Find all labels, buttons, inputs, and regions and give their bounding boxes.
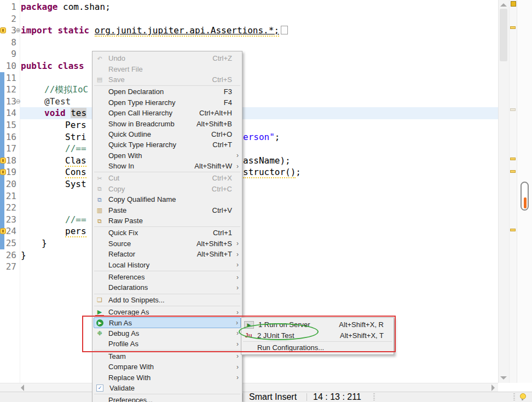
scroll-up-icon[interactable] (500, 3, 507, 7)
menu-item-label: Replace With (108, 374, 151, 382)
overview-ruler[interactable] (509, 0, 517, 383)
code-line-fragment[interactable]: assName); (243, 155, 291, 167)
menu-item-open-declaration[interactable]: Open DeclarationF3 (92, 86, 242, 97)
code-line-fragment[interactable]: erson"; (243, 131, 280, 143)
lightbulb-icon[interactable] (520, 393, 526, 399)
menu-icon-spacer (244, 343, 253, 351)
menu-item-run-as[interactable]: ▶Run As› (94, 317, 241, 328)
code-segment: Syst (65, 179, 86, 189)
menu-item-label: References (108, 273, 144, 281)
menu-separator (94, 350, 240, 351)
menu-item-2-junit-test[interactable]: Ju2 JUnit TestAlt+Shift+X, T (241, 330, 394, 340)
menu-item-label: Open Type Hierarchy (108, 98, 176, 107)
menu-item-declarations[interactable]: Declarations› (92, 282, 242, 293)
menu-item-local-history[interactable]: Local History› (92, 259, 242, 270)
code-segment: assName); (243, 155, 291, 166)
menu-icon-spacer (95, 397, 104, 402)
code-line[interactable]: @Test (44, 96, 71, 108)
submenu-arrow-icon: › (233, 273, 239, 281)
overview-status-square[interactable] (511, 1, 516, 7)
menu-item-coverage-as[interactable]: ▶Coverage As› (92, 307, 242, 317)
scroll-down-icon[interactable] (500, 376, 507, 380)
horizontal-scrollbar[interactable] (0, 383, 498, 392)
menu-item-open-call-hierarchy[interactable]: Open Call HierarchyCtrl+Alt+H (92, 108, 242, 118)
fold-collapse-icon[interactable]: ⊖ (15, 96, 21, 108)
menu-item-team[interactable]: Team› (92, 351, 242, 362)
warning-icon[interactable] (0, 228, 6, 234)
menu-icon-spacer (95, 162, 104, 170)
menu-item-paste[interactable]: ▥PasteCtrl+V (92, 205, 242, 215)
code-line[interactable]: Pers (65, 119, 86, 131)
code-segment: erson" (243, 132, 275, 142)
menu-shortcut: Ctrl+1 (213, 229, 232, 237)
menu-item-references[interactable]: References› (92, 272, 242, 282)
menu-item-raw-paste[interactable]: ⧉Raw Paste (92, 215, 242, 226)
menu-item-1-run-on-server[interactable]: ▶1 Run on ServerAlt+Shift+X, R (241, 319, 394, 330)
menu-icon-spacer (95, 98, 104, 106)
menu-item-quick-type-hierarchy[interactable]: Quick Type HierarchyCtrl+T (92, 139, 242, 150)
scroll-right-icon[interactable] (491, 384, 495, 391)
code-line[interactable]: void tes (44, 107, 86, 119)
menu-item-show-in-breadcrumb[interactable]: Show in BreadcrumbAlt+Shift+B (92, 118, 242, 129)
code-line[interactable]: pers (65, 225, 86, 237)
code-line[interactable]: public class (21, 60, 89, 72)
menu-item-run-configurations[interactable]: Run Configurations... (241, 342, 394, 353)
menu-item-add-to-snippets[interactable]: ❏Add to Snippets... (92, 295, 242, 305)
code-segment: Clas (65, 155, 86, 167)
code-line[interactable]: Syst (65, 178, 86, 190)
menu-item-quick-outline[interactable]: Quick OutlineCtrl+O (92, 129, 242, 139)
code-line[interactable]: Stri (65, 131, 86, 143)
menu-icon-spacer (95, 65, 104, 73)
vertical-scrollbar-thumb[interactable] (500, 9, 507, 61)
menu-item-compare-with[interactable]: Compare With› (92, 362, 242, 372)
menu-item-show-in[interactable]: Show InAlt+Shift+W› (92, 161, 242, 171)
menu-item-quick-fix[interactable]: Quick FixCtrl+1 (92, 228, 242, 238)
code-line[interactable]: package com.shan; (21, 1, 111, 13)
code-segment: pers (65, 226, 86, 237)
menu-icon-spacer (95, 152, 104, 159)
line-number: 15 (2, 119, 16, 131)
code-line-fragment[interactable]: structor(); (243, 166, 301, 178)
menu-separator (94, 271, 240, 271)
code-segment: structor() (243, 167, 296, 178)
menu-item-copy[interactable]: ⧉CopyCtrl+C (92, 184, 242, 194)
menu-item-refactor[interactable]: RefactorAlt+Shift+T› (92, 249, 242, 259)
menu-item-source[interactable]: SourceAlt+Shift+S› (92, 238, 242, 249)
menu-item-label: Validate (109, 384, 135, 392)
menu-item-open-with[interactable]: Open With› (92, 150, 242, 161)
code-line[interactable]: //模拟IoC (44, 84, 88, 96)
menu-item-debug-as[interactable]: ❉Debug As› (92, 328, 242, 339)
code-line[interactable]: Cons (65, 166, 86, 178)
overview-warning-marker[interactable] (510, 229, 516, 231)
menu-shortcut: Ctrl+Alt+H (199, 109, 232, 117)
menu-item-save[interactable]: ▤SaveCtrl+S (92, 74, 242, 85)
menu-item-undo[interactable]: ↶UndoCtrl+Z (92, 53, 242, 63)
menu-shortcut: Ctrl+S (212, 75, 232, 84)
overview-occurrence-marker[interactable] (510, 108, 516, 111)
scroll-left-icon[interactable] (21, 384, 24, 391)
menu-item-copy-qualified-name[interactable]: ⧉Copy Qualified Name (92, 194, 242, 205)
warning-icon[interactable] (0, 158, 6, 164)
menu-item-open-type-hierarchy[interactable]: Open Type HierarchyF4 (92, 97, 242, 108)
warning-icon[interactable] (0, 27, 6, 33)
menu-item-revert-file[interactable]: Revert File (92, 63, 242, 74)
overview-warning-marker[interactable] (510, 26, 516, 29)
code-line[interactable]: import static org.junit.jupiter.api.Asse… (21, 25, 288, 37)
menu-item-profile-as[interactable]: Profile As› (92, 339, 242, 349)
code-line[interactable]: } (42, 237, 47, 249)
warning-icon[interactable] (0, 169, 6, 175)
code-line[interactable]: } (21, 249, 26, 261)
menu-item-cut[interactable]: ✂CutCtrl+X (92, 173, 242, 183)
menu-item-label: Copy (108, 185, 125, 193)
code-line[interactable]: //== (65, 143, 86, 155)
menu-item-replace-with[interactable]: Replace With› (92, 372, 242, 382)
overview-warning-marker[interactable] (510, 170, 516, 173)
paste-icon: ▥ (95, 206, 104, 214)
menu-item-validate[interactable]: ✓Validate (92, 383, 242, 393)
code-line[interactable]: Clas (65, 155, 86, 167)
menu-item-label: Preferences... (108, 396, 153, 402)
menu-item-preferences[interactable]: Preferences... (92, 395, 242, 402)
code-line[interactable]: //== (65, 214, 86, 226)
menu-icon-spacer (95, 229, 104, 237)
overview-warning-marker[interactable] (510, 158, 516, 160)
